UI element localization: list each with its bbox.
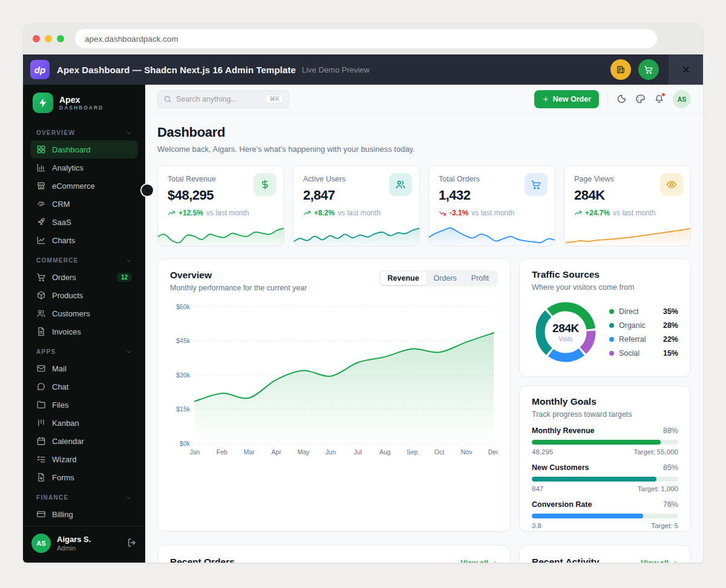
brand-name: Apex [59,95,103,105]
search-box[interactable]: ⌘K [157,90,289,108]
sidebar-item-files[interactable]: Files [30,396,138,414]
goals-subtitle: Track progress toward targets [532,410,678,419]
goal-target: Target: 5 [651,522,678,529]
sidebar-item-products[interactable]: Products [30,286,138,304]
stat-change-pct: -3.1% [450,209,468,217]
stat-card-total-revenue[interactable]: Total Revenue $48,295 +12.5% vs last mon… [157,165,284,246]
sidebar-item-crm[interactable]: CRM [30,195,138,213]
sidebar-item-calendar[interactable]: Calendar [30,432,138,450]
stat-icon-tile [660,173,683,196]
credit-card-icon [36,509,46,519]
view-all-label: View all [641,559,669,563]
sidebar-item-chat[interactable]: Chat [30,377,138,396]
tab-revenue[interactable]: Revenue [381,272,427,285]
stat-change-pct: +8.2% [314,209,335,217]
section-commerce[interactable]: COMMERCE [30,249,138,268]
stats-row: Total Revenue $48,295 +12.5% vs last mon… [157,165,691,246]
sidebar-item-label: Billing [52,510,73,519]
trending-up-icon [303,209,311,217]
file-text-icon [36,327,46,336]
goals-title: Monthly Goals [532,396,678,407]
sidebar-item-kanban[interactable]: Kanban [30,414,138,432]
logout-button[interactable] [127,538,137,549]
close-icon [681,65,691,74]
goal-target: Target: 55,000 [633,448,678,456]
search-input[interactable] [176,95,261,103]
search-shortcut: ⌘K [266,94,283,103]
recent-orders-view-all[interactable]: View all [460,559,498,563]
minimize-window-button[interactable] [45,35,52,42]
section-finance[interactable]: FINANCE [30,486,138,505]
stat-icon-tile [525,173,548,196]
sidebar-item-billing[interactable]: Billing [30,505,138,523]
traffic-sources-card: Traffic Sources Where your visitors come… [519,258,691,377]
buy-now-button[interactable] [638,59,659,80]
traffic-donut-chart: 284K Visits [532,298,600,366]
notifications-button[interactable] [654,94,664,104]
chart-line-icon [36,235,46,245]
sidebar-item-label: Invoices [52,327,81,336]
plus-icon [542,96,549,103]
overview-subtitle: Monthly performance for the current year [170,284,307,292]
legend-item-referral: Referral 22% [609,332,678,346]
sidebar-item-analytics[interactable]: Analytics [30,158,138,177]
recent-activity-view-all[interactable]: View all [641,559,678,563]
donut-center-value: 284K [552,322,579,335]
orders-badge: 12 [117,273,132,282]
stat-card-total-orders[interactable]: Total Orders 1,432 -3.1% vs last month [428,165,555,246]
section-label: COMMERCE [36,257,79,264]
sidebar-item-ecommerce[interactable]: eCommerce [30,177,138,195]
section-overview[interactable]: OVERVIEW [30,122,138,140]
goal-percent: 88% [663,426,678,435]
sidebar-item-label: Analytics [52,163,83,172]
sidebar-item-dashboard[interactable]: Dashboard [30,140,138,158]
goal-name: Conversion Rate [532,500,592,509]
stat-card-active-users[interactable]: Active Users 2,847 +8.2% vs last month [293,165,420,246]
overview-tabs: Revenue Orders Profit [379,270,499,287]
sidebar-item-customers[interactable]: Customers [30,304,138,322]
maximize-window-button[interactable] [57,35,64,42]
trending-up-icon [168,209,175,217]
svg-text:Dec: Dec [488,448,498,456]
sidebar-item-charts[interactable]: Charts [30,231,138,249]
sidebar-item-label: Kanban [52,419,79,428]
calendar-icon [36,436,46,446]
sidebar-item-forms[interactable]: Forms [30,468,138,486]
search-icon [163,95,172,103]
sidebar-item-label: Products [52,291,83,300]
tab-profit[interactable]: Profit [464,272,496,285]
section-label: APPS [36,348,56,355]
goal-new-customers: New Customers 85% 847 Target: 1,000 [532,463,678,492]
new-order-button[interactable]: New Order [534,90,599,108]
close-banner-button[interactable] [669,54,703,85]
chevron-down-icon [126,130,132,136]
goal-monthly-revenue: Monthly Revenue 88% 48,295 Target: 55,00… [532,426,678,456]
url-input[interactable] [85,34,647,44]
theme-picker-button[interactable] [635,94,646,104]
sidebar-item-saas[interactable]: SaaS [30,213,138,231]
sidebar-item-mail[interactable]: Mail [30,359,138,377]
legend-dot [609,309,614,314]
users-icon [36,309,46,318]
trending-up-icon [574,209,582,217]
dark-mode-toggle[interactable] [616,94,627,104]
sidebar-item-label: Files [52,400,68,410]
stat-card-page-views[interactable]: Page Views 284K +24.7% vs last month [564,165,691,246]
promo-subtitle: Live Demo Preview [302,65,370,74]
address-bar[interactable] [75,29,657,48]
docs-button[interactable] [610,59,631,80]
user-menu-avatar[interactable]: AS [673,90,691,108]
sidebar-item-wizard[interactable]: Wizard [30,450,138,468]
close-window-button[interactable] [33,35,40,42]
svg-text:Feb: Feb [217,448,227,456]
sidebar-item-orders[interactable]: Orders 12 [30,268,138,286]
palette-icon [635,94,646,104]
sidebar-item-label: CRM [52,200,70,209]
section-apps[interactable]: APPS [30,341,138,359]
traffic-title: Traffic Sources [532,269,678,280]
sidebar-item-invoices[interactable]: Invoices [30,322,138,341]
package-icon [36,290,46,300]
tab-orders[interactable]: Orders [427,272,464,285]
arrow-right-icon [491,560,498,563]
sidebar-collapse-button[interactable] [142,185,153,196]
